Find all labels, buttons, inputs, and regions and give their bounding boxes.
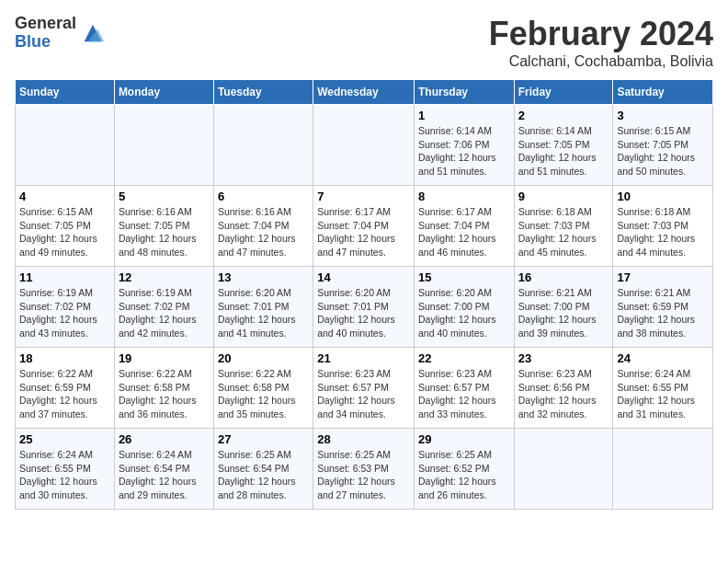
- day-info: Sunrise: 6:18 AMSunset: 7:03 PMDaylight:…: [617, 205, 709, 259]
- day-info: Sunrise: 6:25 AMSunset: 6:53 PMDaylight:…: [317, 448, 410, 502]
- day-cell: 10Sunrise: 6:18 AMSunset: 7:03 PMDayligh…: [613, 186, 713, 267]
- day-number: 15: [418, 270, 510, 284]
- day-number: 25: [19, 432, 110, 446]
- day-cell: 8Sunrise: 6:17 AMSunset: 7:04 PMDaylight…: [414, 186, 514, 267]
- day-cell: [613, 429, 713, 510]
- day-cell: 26Sunrise: 6:24 AMSunset: 6:54 PMDayligh…: [114, 429, 213, 510]
- day-number: 27: [218, 432, 309, 446]
- day-number: 7: [317, 190, 410, 203]
- day-info: Sunrise: 6:23 AMSunset: 6:57 PMDaylight:…: [317, 367, 410, 421]
- day-number: 5: [119, 190, 210, 203]
- day-cell: 20Sunrise: 6:22 AMSunset: 6:58 PMDayligh…: [213, 348, 313, 429]
- week-row-4: 18Sunrise: 6:22 AMSunset: 6:59 PMDayligh…: [16, 348, 713, 429]
- week-row-3: 11Sunrise: 6:19 AMSunset: 7:02 PMDayligh…: [16, 267, 713, 348]
- day-cell: 21Sunrise: 6:23 AMSunset: 6:57 PMDayligh…: [313, 348, 415, 429]
- day-number: 6: [218, 190, 309, 203]
- day-number: 12: [119, 270, 210, 284]
- day-info: Sunrise: 6:14 AMSunset: 7:06 PMDaylight:…: [418, 124, 510, 178]
- day-number: 11: [19, 270, 110, 284]
- day-cell: 18Sunrise: 6:22 AMSunset: 6:59 PMDayligh…: [16, 348, 115, 429]
- day-cell: 15Sunrise: 6:20 AMSunset: 7:00 PMDayligh…: [414, 267, 514, 348]
- day-info: Sunrise: 6:19 AMSunset: 7:02 PMDaylight:…: [19, 286, 110, 340]
- day-cell: 14Sunrise: 6:20 AMSunset: 7:01 PMDayligh…: [313, 267, 415, 348]
- calendar-table: SundayMondayTuesdayWednesdayThursdayFrid…: [15, 79, 713, 510]
- header-row: SundayMondayTuesdayWednesdayThursdayFrid…: [16, 80, 713, 105]
- day-info: Sunrise: 6:23 AMSunset: 6:56 PMDaylight:…: [518, 367, 609, 421]
- day-info: Sunrise: 6:16 AMSunset: 7:04 PMDaylight:…: [218, 205, 309, 259]
- day-cell: [514, 429, 613, 510]
- title-block: February 2024 Calchani, Cochabamba, Boli…: [489, 15, 713, 70]
- day-info: Sunrise: 6:18 AMSunset: 7:03 PMDaylight:…: [518, 205, 609, 259]
- logo-general-text: General: [15, 15, 76, 33]
- day-number: 24: [617, 351, 709, 365]
- day-info: Sunrise: 6:16 AMSunset: 7:05 PMDaylight:…: [119, 205, 210, 259]
- col-header-friday: Friday: [514, 80, 613, 105]
- day-info: Sunrise: 6:20 AMSunset: 7:01 PMDaylight:…: [317, 286, 410, 340]
- day-number: 18: [19, 351, 110, 365]
- day-number: 28: [317, 432, 410, 446]
- day-info: Sunrise: 6:22 AMSunset: 6:58 PMDaylight:…: [119, 367, 210, 421]
- day-number: 9: [518, 190, 609, 203]
- day-cell: 23Sunrise: 6:23 AMSunset: 6:56 PMDayligh…: [514, 348, 613, 429]
- day-cell: 25Sunrise: 6:24 AMSunset: 6:55 PMDayligh…: [16, 429, 115, 510]
- week-row-2: 4Sunrise: 6:15 AMSunset: 7:05 PMDaylight…: [16, 186, 713, 267]
- day-number: 23: [518, 351, 609, 365]
- day-info: Sunrise: 6:25 AMSunset: 6:52 PMDaylight:…: [418, 448, 510, 502]
- day-cell: 22Sunrise: 6:23 AMSunset: 6:57 PMDayligh…: [414, 348, 514, 429]
- day-info: Sunrise: 6:23 AMSunset: 6:57 PMDaylight:…: [418, 367, 510, 421]
- day-info: Sunrise: 6:22 AMSunset: 6:58 PMDaylight:…: [218, 367, 309, 421]
- day-number: 17: [617, 270, 709, 284]
- location-title: Calchani, Cochabamba, Bolivia: [489, 53, 713, 70]
- day-cell: 4Sunrise: 6:15 AMSunset: 7:05 PMDaylight…: [16, 186, 115, 267]
- day-info: Sunrise: 6:17 AMSunset: 7:04 PMDaylight:…: [418, 205, 510, 259]
- day-number: 10: [617, 190, 709, 203]
- col-header-sunday: Sunday: [16, 80, 115, 105]
- day-cell: 6Sunrise: 6:16 AMSunset: 7:04 PMDaylight…: [213, 186, 313, 267]
- col-header-thursday: Thursday: [414, 80, 514, 105]
- day-info: Sunrise: 6:15 AMSunset: 7:05 PMDaylight:…: [617, 124, 709, 178]
- day-cell: 16Sunrise: 6:21 AMSunset: 7:00 PMDayligh…: [514, 267, 613, 348]
- day-info: Sunrise: 6:25 AMSunset: 6:54 PMDaylight:…: [218, 448, 309, 502]
- logo: General Blue: [15, 15, 106, 52]
- day-number: 16: [518, 270, 609, 284]
- logo-icon: [80, 20, 106, 46]
- day-info: Sunrise: 6:15 AMSunset: 7:05 PMDaylight:…: [19, 205, 110, 259]
- month-title: February 2024: [489, 15, 713, 53]
- week-row-1: 1Sunrise: 6:14 AMSunset: 7:06 PMDaylight…: [16, 105, 713, 186]
- day-info: Sunrise: 6:20 AMSunset: 7:00 PMDaylight:…: [418, 286, 510, 340]
- day-number: 29: [418, 432, 510, 446]
- day-info: Sunrise: 6:24 AMSunset: 6:55 PMDaylight:…: [617, 367, 709, 421]
- day-info: Sunrise: 6:20 AMSunset: 7:01 PMDaylight:…: [218, 286, 309, 340]
- col-header-tuesday: Tuesday: [213, 80, 313, 105]
- page-header: General Blue February 2024 Calchani, Coc…: [15, 15, 713, 70]
- col-header-saturday: Saturday: [613, 80, 713, 105]
- day-info: Sunrise: 6:24 AMSunset: 6:55 PMDaylight:…: [19, 448, 110, 502]
- day-cell: 24Sunrise: 6:24 AMSunset: 6:55 PMDayligh…: [613, 348, 713, 429]
- day-info: Sunrise: 6:17 AMSunset: 7:04 PMDaylight:…: [317, 205, 410, 259]
- day-cell: [16, 105, 115, 186]
- day-number: 19: [119, 351, 210, 365]
- day-info: Sunrise: 6:21 AMSunset: 7:00 PMDaylight:…: [518, 286, 609, 340]
- day-cell: 1Sunrise: 6:14 AMSunset: 7:06 PMDaylight…: [414, 105, 514, 186]
- day-cell: 3Sunrise: 6:15 AMSunset: 7:05 PMDaylight…: [613, 105, 713, 186]
- day-number: 2: [518, 109, 609, 122]
- day-number: 1: [418, 109, 510, 122]
- day-cell: 13Sunrise: 6:20 AMSunset: 7:01 PMDayligh…: [213, 267, 313, 348]
- day-cell: 17Sunrise: 6:21 AMSunset: 6:59 PMDayligh…: [613, 267, 713, 348]
- day-cell: 11Sunrise: 6:19 AMSunset: 7:02 PMDayligh…: [16, 267, 115, 348]
- day-info: Sunrise: 6:24 AMSunset: 6:54 PMDaylight:…: [119, 448, 210, 502]
- day-cell: 5Sunrise: 6:16 AMSunset: 7:05 PMDaylight…: [114, 186, 213, 267]
- day-number: 4: [19, 190, 110, 203]
- day-cell: 2Sunrise: 6:14 AMSunset: 7:05 PMDaylight…: [514, 105, 613, 186]
- day-info: Sunrise: 6:22 AMSunset: 6:59 PMDaylight:…: [19, 367, 110, 421]
- day-cell: 29Sunrise: 6:25 AMSunset: 6:52 PMDayligh…: [414, 429, 514, 510]
- day-cell: 28Sunrise: 6:25 AMSunset: 6:53 PMDayligh…: [313, 429, 415, 510]
- day-number: 8: [418, 190, 510, 203]
- day-cell: 12Sunrise: 6:19 AMSunset: 7:02 PMDayligh…: [114, 267, 213, 348]
- day-cell: 19Sunrise: 6:22 AMSunset: 6:58 PMDayligh…: [114, 348, 213, 429]
- day-number: 20: [218, 351, 309, 365]
- week-row-5: 25Sunrise: 6:24 AMSunset: 6:55 PMDayligh…: [16, 429, 713, 510]
- day-cell: 7Sunrise: 6:17 AMSunset: 7:04 PMDaylight…: [313, 186, 415, 267]
- col-header-monday: Monday: [114, 80, 213, 105]
- day-info: Sunrise: 6:14 AMSunset: 7:05 PMDaylight:…: [518, 124, 609, 178]
